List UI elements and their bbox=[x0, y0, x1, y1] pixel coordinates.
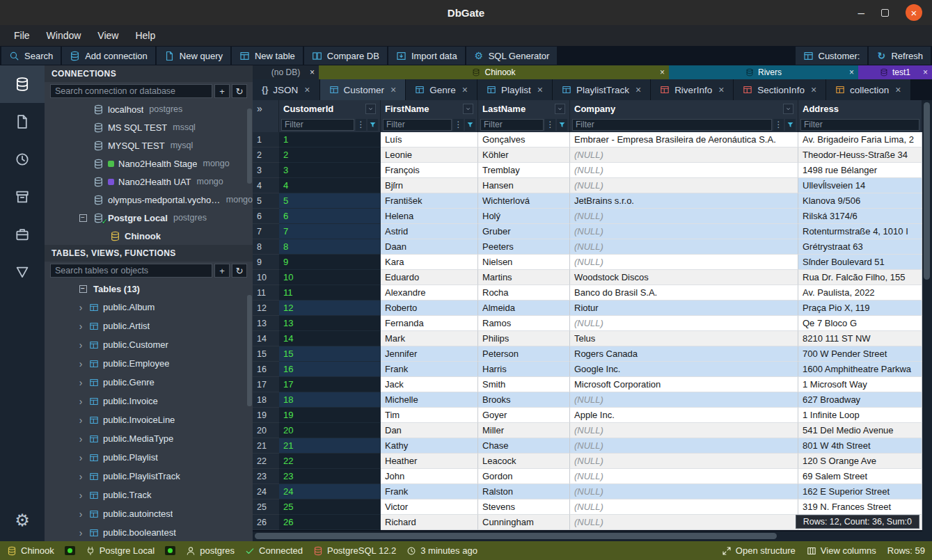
cell-firstname[interactable]: John bbox=[381, 469, 478, 484]
cell-company[interactable]: (NULL) bbox=[570, 178, 798, 193]
table-item-public-invoiceline[interactable]: ›public.InvoiceLine bbox=[45, 410, 253, 429]
cell-lastname[interactable]: Peeters bbox=[478, 239, 570, 255]
cell-lastname[interactable]: Stevens bbox=[478, 499, 570, 515]
filter-menu-icon[interactable]: ⋮ bbox=[545, 119, 555, 131]
column-dropdown-icon[interactable] bbox=[555, 104, 565, 114]
cell-company[interactable]: (NULL) bbox=[570, 469, 798, 484]
close-button[interactable]: × bbox=[906, 4, 922, 21]
column-header-lastname[interactable]: LastName bbox=[478, 100, 570, 117]
cell-firstname[interactable]: Victor bbox=[381, 499, 478, 515]
tab-genre[interactable]: Genre× bbox=[406, 79, 477, 100]
cell-address[interactable]: Rilská 3174/6 bbox=[798, 209, 922, 224]
toolbar-button-sql-generator[interactable]: ⚙SQL Generator bbox=[466, 47, 558, 65]
connection-item-nano2health-uat[interactable]: Nano2Health UATmongo bbox=[45, 173, 253, 191]
cell-lastname[interactable]: Harris bbox=[478, 362, 570, 377]
toolbar-button-new-query[interactable]: New query bbox=[157, 47, 230, 65]
filter-menu-icon[interactable]: ⋮ bbox=[453, 119, 464, 131]
cell-firstname[interactable]: Richard bbox=[381, 515, 478, 530]
cell-lastname[interactable]: Leacock bbox=[478, 454, 570, 469]
row-number[interactable]: 10 bbox=[253, 270, 279, 285]
tab-playlist[interactable]: Playlist× bbox=[477, 79, 553, 100]
row-number[interactable]: 8 bbox=[253, 239, 279, 255]
cell-company[interactable]: Woodstock Discos bbox=[570, 270, 798, 285]
row-number[interactable]: 21 bbox=[253, 438, 279, 454]
close-icon[interactable]: × bbox=[849, 67, 854, 77]
cell-firstname[interactable]: Frank bbox=[381, 362, 478, 377]
cell-customerid[interactable]: 14 bbox=[279, 331, 381, 346]
cell-address[interactable]: Ullevĺlsveien 14 bbox=[798, 178, 922, 193]
close-icon[interactable]: × bbox=[923, 67, 928, 77]
cell-firstname[interactable]: Michelle bbox=[381, 392, 478, 408]
cell-firstname[interactable]: Alexandre bbox=[381, 285, 478, 301]
cell-firstname[interactable]: Astrid bbox=[381, 224, 478, 239]
column-dropdown-icon[interactable] bbox=[783, 104, 793, 114]
column-header-company[interactable]: Company bbox=[570, 100, 798, 117]
activity-connections[interactable] bbox=[0, 65, 45, 103]
cell-address[interactable]: Av. Paulista, 2022 bbox=[798, 285, 922, 301]
cell-customerid[interactable]: 18 bbox=[279, 392, 381, 408]
filter-funnel-icon[interactable] bbox=[785, 119, 796, 131]
cell-address[interactable]: 120 S Orange Ave bbox=[798, 454, 922, 469]
row-number[interactable]: 18 bbox=[253, 392, 279, 408]
cell-lastname[interactable]: Philips bbox=[478, 331, 570, 346]
cell-company[interactable]: (NULL) bbox=[570, 255, 798, 270]
activity-files[interactable] bbox=[0, 103, 45, 141]
connection-item-ms-sql-test[interactable]: MS SQL TESTmssql bbox=[45, 118, 253, 136]
cell-lastname[interactable]: Brooks bbox=[478, 392, 570, 408]
menu-item-help[interactable]: Help bbox=[127, 25, 164, 46]
filter-input-firstname[interactable] bbox=[383, 119, 452, 131]
row-number[interactable]: 6 bbox=[253, 209, 279, 224]
cell-customerid[interactable]: 9 bbox=[279, 255, 381, 270]
menu-item-window[interactable]: Window bbox=[38, 25, 90, 46]
connection-item-postgre-local[interactable]: −✓Postgre Localpostgres bbox=[45, 209, 253, 227]
table-item-public-playlisttrack[interactable]: ›public.PlaylistTrack bbox=[45, 467, 253, 486]
close-icon[interactable]: × bbox=[390, 84, 396, 95]
tab-customer[interactable]: Customer× bbox=[320, 79, 406, 100]
cell-firstname[interactable]: Fernanda bbox=[381, 316, 478, 331]
cell-company[interactable]: (NULL) bbox=[570, 438, 798, 454]
cell-customerid[interactable]: 17 bbox=[279, 377, 381, 392]
cell-company[interactable]: Google Inc. bbox=[570, 362, 798, 377]
filter-menu-icon[interactable]: ⋮ bbox=[773, 119, 784, 131]
cell-customerid[interactable]: 24 bbox=[279, 484, 381, 499]
toolbar-button-add-connection[interactable]: Add connection bbox=[62, 47, 155, 65]
tables-refresh-button[interactable]: ↻ bbox=[232, 264, 247, 278]
cell-company[interactable]: Banco do Brasil S.A. bbox=[570, 285, 798, 301]
status-view-columns[interactable]: View columns bbox=[807, 545, 876, 556]
activity-query-designer[interactable] bbox=[0, 253, 45, 291]
filter-funnel-icon[interactable] bbox=[368, 119, 378, 131]
column-header-customerid[interactable]: CustomerId bbox=[279, 100, 381, 117]
tab-group-rivers[interactable]: Rivers× bbox=[669, 65, 858, 79]
row-number[interactable]: 12 bbox=[253, 301, 279, 316]
vertical-scrollbar-thumb[interactable] bbox=[924, 102, 930, 280]
cell-customerid[interactable]: 2 bbox=[279, 147, 381, 163]
tab-riverinfo[interactable]: RiverInfo× bbox=[651, 79, 734, 100]
cell-lastname[interactable]: Wichterlová bbox=[478, 193, 570, 209]
filter-input-customerid[interactable] bbox=[281, 119, 354, 131]
activity-archive[interactable] bbox=[0, 178, 45, 216]
cell-customerid[interactable]: 8 bbox=[279, 239, 381, 255]
cell-firstname[interactable]: François bbox=[381, 163, 478, 178]
cell-customerid[interactable]: 22 bbox=[279, 454, 381, 469]
menu-item-view[interactable]: View bbox=[89, 25, 127, 46]
cell-lastname[interactable]: Almeida bbox=[478, 301, 570, 316]
cell-address[interactable]: Rotenturmstraße 4, 1010 I bbox=[798, 224, 922, 239]
cell-address[interactable]: Sſnder Boulevard 51 bbox=[798, 255, 922, 270]
row-number[interactable]: 16 bbox=[253, 362, 279, 377]
connection-item-localhost[interactable]: localhostpostgres bbox=[45, 100, 253, 118]
cell-lastname[interactable]: Miller bbox=[478, 423, 570, 438]
table-item-public-mediatype[interactable]: ›public.MediaType bbox=[45, 429, 253, 448]
cell-company[interactable]: (NULL) bbox=[570, 392, 798, 408]
cell-address[interactable]: Av. Brigadeiro Faria Lima, 2 bbox=[798, 132, 922, 147]
connection-item-chinook[interactable]: Chinook bbox=[45, 227, 253, 245]
cell-company[interactable]: Telus bbox=[570, 331, 798, 346]
table-item-public-album[interactable]: ›public.Album bbox=[45, 298, 253, 317]
cell-firstname[interactable]: Kathy bbox=[381, 438, 478, 454]
cell-customerid[interactable]: 26 bbox=[279, 515, 381, 530]
filter-funnel-icon[interactable] bbox=[465, 119, 475, 131]
close-icon[interactable]: × bbox=[635, 84, 641, 95]
cell-firstname[interactable]: Daan bbox=[381, 239, 478, 255]
cell-company[interactable]: Riotur bbox=[570, 301, 798, 316]
table-item-public-genre[interactable]: ›public.Genre bbox=[45, 373, 253, 392]
connection-item-olympus-medportal-vychozi-cz[interactable]: olympus-medportal.vychozi.czmongo bbox=[45, 191, 253, 209]
